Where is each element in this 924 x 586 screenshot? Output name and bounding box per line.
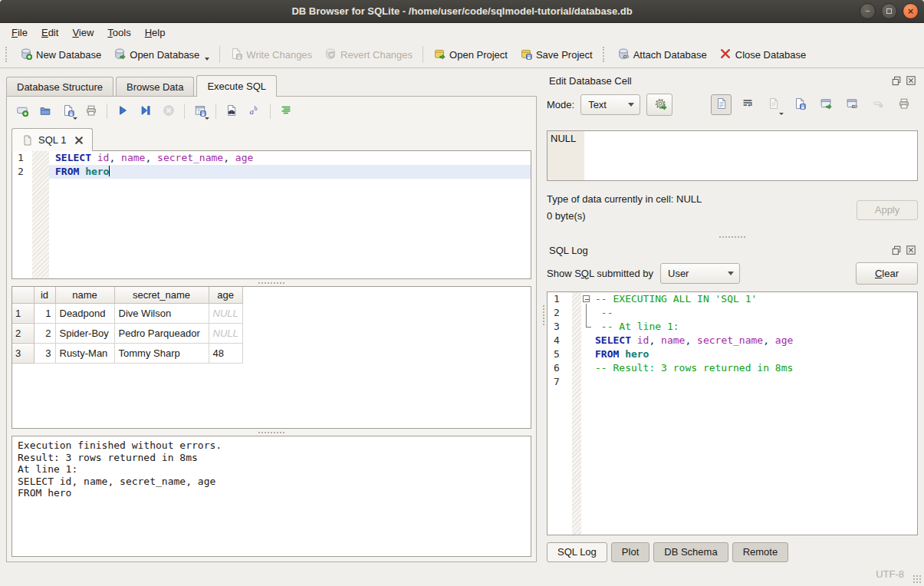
main-toolbar: New DatabaseOpen DatabaseWrite ChangesRe…: [0, 41, 924, 68]
export-results-button[interactable]: [191, 103, 209, 120]
code-text: -- At line 1:: [594, 320, 679, 334]
cell[interactable]: NULL: [209, 323, 242, 343]
cell[interactable]: 48: [209, 343, 242, 363]
execute-all-button[interactable]: [113, 103, 132, 120]
dock-tab-plot[interactable]: Plot: [611, 542, 649, 562]
print-button[interactable]: [82, 103, 100, 120]
menu-file[interactable]: File: [5, 25, 35, 41]
dock-tab-remote[interactable]: Remote: [732, 542, 789, 562]
log-line[interactable]: 3 -- At line 1:: [547, 320, 917, 334]
save-as-button[interactable]: [789, 94, 810, 115]
sql-file-tab[interactable]: SQL 1: [12, 128, 93, 151]
log-line[interactable]: 5FROM hero: [547, 347, 917, 361]
dock-tab-db-schema[interactable]: DB Schema: [653, 542, 728, 562]
editor-line[interactable]: 2FROM hero: [12, 165, 531, 179]
sql-editor[interactable]: 1SELECT id, name, secret_name, age2FROM …: [12, 150, 531, 279]
sql-tab-close-icon[interactable]: [73, 134, 85, 146]
close-database-icon: [719, 48, 732, 62]
apply-button[interactable]: Apply: [857, 200, 918, 220]
close-database-button[interactable]: Close Database: [713, 44, 813, 65]
menu-edit[interactable]: Edit: [35, 25, 65, 41]
open-in-external-button[interactable]: [815, 94, 836, 115]
clear-button[interactable]: Clear: [856, 262, 918, 285]
cell[interactable]: Spider-Boy: [55, 323, 114, 343]
cell[interactable]: Deadpond: [55, 303, 114, 323]
cell[interactable]: 3: [34, 343, 55, 363]
cell[interactable]: 1: [34, 303, 55, 323]
float-icon[interactable]: [890, 74, 903, 87]
cell[interactable]: Rusty-Man: [55, 343, 114, 363]
new-database-button[interactable]: New Database: [14, 44, 107, 65]
menu-view[interactable]: View: [65, 25, 100, 41]
sql-log-view[interactable]: 1-- EXECUTING ALL IN 'SQL 1'2 --3 -- At …: [547, 291, 918, 535]
new-sql-tab-button[interactable]: [13, 103, 31, 120]
dock-tab-sql-log[interactable]: SQL Log: [547, 542, 607, 562]
log-line[interactable]: 1-- EXECUTING ALL IN 'SQL 1': [547, 292, 917, 306]
chevron-down-icon[interactable]: [205, 58, 209, 61]
open-sql-file-button[interactable]: [36, 103, 54, 120]
tab-browse-data[interactable]: Browse Data: [116, 77, 194, 97]
editor-line[interactable]: 1SELECT id, name, secret_name, age: [12, 151, 531, 165]
main-splitter[interactable]: [540, 68, 547, 562]
autocomplete-button[interactable]: ba: [245, 103, 264, 120]
attach-database-button[interactable]: Attach Database: [611, 44, 713, 65]
cell[interactable]: Dive Wilson: [114, 303, 209, 323]
cell[interactable]: NULL: [209, 303, 242, 323]
auto-switch-mode-button[interactable]: [646, 94, 672, 116]
row-header[interactable]: 3: [12, 343, 34, 363]
mode-select[interactable]: Text: [580, 94, 640, 115]
submitter-select[interactable]: User: [660, 263, 740, 284]
print-cell-button[interactable]: [893, 94, 914, 115]
minimize-button[interactable]: −: [860, 3, 876, 19]
text-document-button[interactable]: [711, 94, 732, 115]
format-lines-button[interactable]: [277, 103, 295, 120]
word-wrap-icon: [742, 97, 754, 112]
editor-results-splitter[interactable]: [12, 279, 531, 286]
column-header-secret-name[interactable]: secret_name: [114, 287, 209, 303]
cell-value-editor[interactable]: NULL: [547, 130, 918, 181]
fold-marker[interactable]: [581, 292, 594, 306]
results-grid[interactable]: idnamesecret_nameage11DeadpondDive Wilso…: [12, 286, 531, 429]
log-line[interactable]: 2 --: [547, 306, 917, 320]
cell[interactable]: 2: [34, 323, 55, 343]
tab-execute-sql[interactable]: Execute SQL: [196, 75, 277, 97]
log-line[interactable]: 7: [547, 375, 917, 389]
statusbar: UTF-8: [0, 562, 924, 586]
copy-link-button[interactable]: [841, 94, 862, 115]
maximize-button[interactable]: [881, 3, 897, 19]
find-button[interactable]: [222, 103, 241, 120]
column-header-id[interactable]: id: [34, 287, 55, 303]
cell[interactable]: Pedro Parqueador: [114, 323, 209, 343]
row-header[interactable]: 2: [12, 323, 34, 343]
execute-current-line-button[interactable]: [136, 103, 155, 120]
open-project-button[interactable]: Open Project: [427, 44, 514, 65]
dock-tab-bar: SQL LogPlotDB SchemaRemote: [547, 542, 918, 562]
menu-help[interactable]: Help: [138, 25, 173, 41]
log-line[interactable]: 4SELECT id, name, secret_name, age: [547, 334, 917, 347]
code-text: SELECT id, name, secret_name, age: [49, 151, 531, 165]
column-header-name[interactable]: name: [55, 287, 114, 303]
close-icon[interactable]: [905, 74, 917, 87]
grid-corner-header[interactable]: [12, 287, 34, 303]
column-header-age[interactable]: age: [209, 287, 242, 303]
dock-splitter[interactable]: [547, 233, 918, 240]
toolbar-handle[interactable]: [5, 47, 10, 62]
save-project-button[interactable]: Save Project: [514, 44, 599, 65]
cell[interactable]: Tommy Sharp: [114, 343, 209, 363]
float-icon[interactable]: [890, 244, 903, 256]
row-header[interactable]: 1: [12, 303, 34, 323]
save-sql-file-button[interactable]: [59, 103, 77, 120]
word-wrap-button[interactable]: [737, 94, 758, 115]
results-message-splitter[interactable]: [12, 429, 531, 436]
tab-database-structure[interactable]: Database Structure: [6, 77, 113, 97]
toolbar-handle[interactable]: [603, 47, 607, 62]
close-icon[interactable]: [905, 244, 917, 256]
mode-label: Mode:: [547, 99, 574, 110]
line-number: 3: [547, 320, 572, 334]
menu-tools[interactable]: Tools: [100, 25, 137, 41]
log-line[interactable]: 6-- Result: 3 rows returned in 8ms: [547, 361, 917, 375]
titlebar[interactable]: DB Browser for SQLite - /home/user/code/…: [0, 0, 924, 23]
close-button[interactable]: ×: [903, 3, 919, 19]
open-database-button[interactable]: Open Database: [107, 44, 215, 65]
resize-grip[interactable]: [912, 574, 922, 584]
